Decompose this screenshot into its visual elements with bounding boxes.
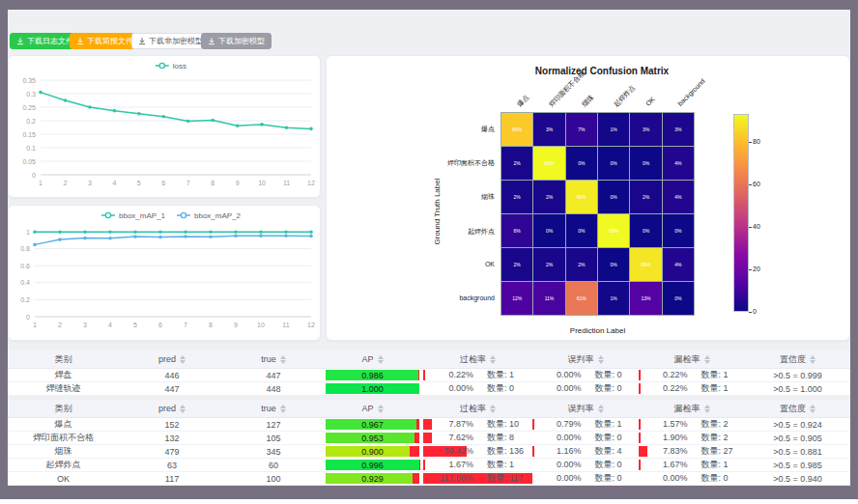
colorbar-tick-label: 0 [753,308,757,315]
matrix-row-label: OK [327,261,495,267]
confidence-cell: >0.5 = 0.881 [745,445,850,459]
svg-text:0.35: 0.35 [22,77,36,84]
header-label: 误判率 [568,353,594,366]
column-header-误判率[interactable]: 误判率 [532,350,639,369]
svg-text:bbox_mAP_1: bbox_mAP_1 [119,211,166,220]
sort-caret-icon[interactable] [378,355,384,364]
matrix-cell: 0% [630,147,661,180]
map-chart-card: 00.20.40.60.81123456789101112bbox_mAP_1b… [8,205,321,341]
column-header-true[interactable]: true [225,350,322,369]
true-cell: 127 [225,418,322,432]
true-cell: 345 [225,445,322,459]
column-header-漏检率[interactable]: 漏检率 [639,400,745,418]
matrix-cell: 0% [598,147,629,180]
colorbar-tick [749,312,752,313]
sort-caret-icon[interactable] [378,405,384,413]
header-label: 类别 [55,403,72,415]
sort-caret-icon[interactable] [490,405,496,413]
metric-percent: 0.00% [639,472,688,485]
button-label: 下载日志文件 [27,36,73,46]
metric-count: 数量: 10 [473,418,532,431]
svg-text:0.25: 0.25 [22,104,36,111]
sort-caret-icon[interactable] [490,355,496,364]
pred-cell: 447 [119,382,225,396]
header-label: 类别 [55,353,72,366]
colorbar-tick-label: 40 [753,223,760,230]
matrix-cell: 4% [663,147,694,180]
matrix-col-label: 起焊炸点 [612,83,638,109]
download-encrypted-model-button[interactable]: 下载加密模型 [201,33,272,49]
svg-text:1: 1 [26,229,30,236]
download-unencrypted-model-button[interactable]: 下载非加密模型 [131,33,210,49]
missdetect-cell: 0.00%数量: 0 [639,472,745,486]
header-label: 过检率 [460,403,486,415]
missdetect-cell: 7.83%数量: 27 [639,445,745,459]
sort-caret-icon[interactable] [180,405,186,413]
sort-caret-icon[interactable] [810,405,815,413]
column-header-过检率[interactable]: 过检率 [423,350,532,369]
matrix-cell: 83% [501,113,532,146]
svg-text:9: 9 [234,322,238,328]
confidence-cell: >0.5 = 0.999 [745,369,850,382]
colorbar-tick [749,142,752,143]
pred-cell: 63 [119,459,225,472]
confusion-matrix-card: Normalized Confusion Matrix 爆点爆点焊印面积不合格焊… [326,55,850,341]
loss-chart-card: 00.050.10.150.20.250.30.3512345678910111… [8,55,321,198]
sort-caret-icon[interactable] [810,355,815,364]
column-header-pred[interactable]: pred [119,350,225,369]
matrix-row-label: 爆点 [327,125,495,134]
svg-text:9: 9 [236,180,240,186]
column-header-ap[interactable]: AP [322,350,423,369]
matrix-cell: 0% [630,214,661,247]
sort-caret-icon[interactable] [598,405,604,413]
button-label: 下载加密模型 [218,36,265,46]
metric-count: 数量: 136 [473,445,532,458]
overdetect-cell: 117.00%数量: 117 [423,472,532,486]
svg-text:3: 3 [88,180,92,186]
matrix-cell: 2% [630,181,661,213]
header-label: pred [158,404,176,413]
column-header-置信度[interactable]: 置信度 [745,350,850,369]
column-header-置信度[interactable]: 置信度 [745,400,850,418]
table-row: 焊缝轨迹4474481.0000.00%数量: 00.00%数量: 00.22%… [8,382,850,396]
svg-text:2: 2 [58,322,62,328]
svg-text:10: 10 [257,322,265,328]
matrix-col-label: 爆点 [515,93,531,109]
header-label: 漏检率 [674,403,701,415]
matrix-row-label: 烟珠 [327,192,495,202]
sort-caret-icon[interactable] [280,405,286,413]
matrix-cell: 1% [598,282,629,315]
metric-percent: 0.22% [639,369,688,381]
matrix-row-label: 起焊炸点 [327,227,495,237]
true-cell: 100 [225,472,322,486]
sort-caret-icon[interactable] [704,405,710,413]
column-header-class: 类别 [8,350,119,369]
column-header-pred[interactable]: pred [119,400,225,418]
column-header-漏检率[interactable]: 漏检率 [639,350,745,369]
sort-caret-icon[interactable] [180,355,186,364]
misjudge-cell: 0.00%数量: 0 [532,472,639,486]
metric-percent: 0.22% [639,382,688,395]
column-header-ap[interactable]: AP [322,400,423,418]
true-cell: 105 [225,432,322,445]
column-header-true[interactable]: true [225,400,322,418]
metric-count: 数量: 0 [582,382,639,395]
metric-percent: 0.00% [423,382,473,395]
metric-count: 数量: 1 [473,369,532,381]
metric-percent: 0.00% [532,382,582,395]
matrix-cell: 12% [501,282,532,315]
matrix-cell: 90% [566,181,597,213]
matrix-cell: 0% [566,147,597,180]
sort-caret-icon[interactable] [704,355,710,364]
metric-percent: 1.57% [639,418,688,431]
column-header-误判率[interactable]: 误判率 [532,400,639,418]
column-header-过检率[interactable]: 过检率 [423,400,532,418]
download-brief-button[interactable]: 下载简报文件 [70,33,140,49]
sort-caret-icon[interactable] [280,355,286,364]
ap-value: 0.953 [322,432,423,444]
header-label: 过检率 [460,353,486,366]
ap-cell: 0.900 [322,445,423,459]
ap-cell: 0.929 [322,472,423,486]
header-label: AP [361,354,373,364]
sort-caret-icon[interactable] [598,355,604,364]
